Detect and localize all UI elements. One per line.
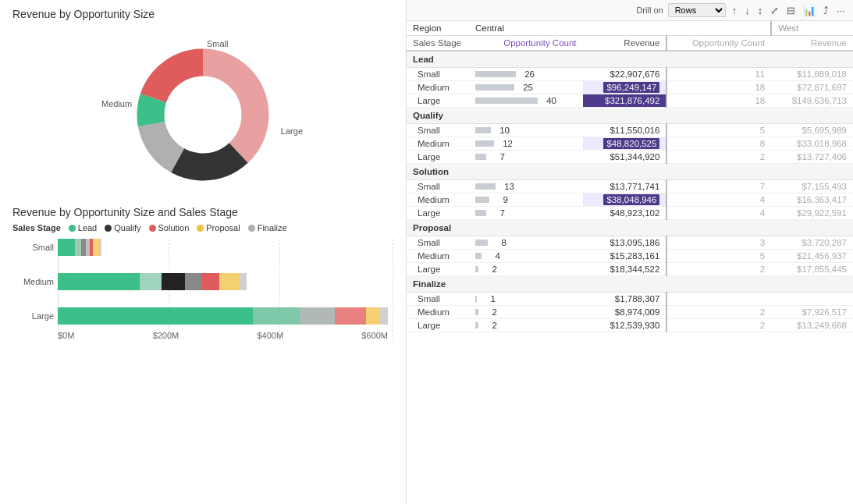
cell-central-opp-finalize-small: 1 bbox=[469, 293, 583, 306]
cell-west-rev-qualify-large: $13,727,406 bbox=[771, 151, 853, 164]
cell-central-rev-lead-medium: $96,249,147 bbox=[583, 81, 667, 94]
donut-svg bbox=[94, 25, 312, 197]
arrow-down-icon[interactable]: ↓ bbox=[743, 4, 752, 17]
cell-central-opp-qualify-large: 7 bbox=[469, 151, 583, 164]
opp-num: 4 bbox=[485, 251, 500, 261]
cell-central-rev-proposal-large: $18,344,522 bbox=[583, 263, 667, 276]
cell-west-rev-finalize-small bbox=[771, 293, 853, 306]
opp-num: 2 bbox=[482, 321, 497, 330]
cell-west-opp-proposal-small: 3 bbox=[666, 236, 771, 250]
arrow-up-icon[interactable]: ↑ bbox=[730, 4, 739, 17]
drill-on-label: Drill on bbox=[636, 5, 663, 15]
cell-central-opp-proposal-large: 2 bbox=[469, 263, 583, 276]
cell-central-opp-lead-medium: 25 bbox=[469, 81, 583, 94]
opp-num: 1 bbox=[480, 294, 496, 303]
row-label-lead-medium: Medium bbox=[407, 81, 469, 94]
toolbar: Drill on Rows Columns ↑ ↓ ↕ ⤢ ⊟ 📊 ⤴ ··· bbox=[407, 0, 853, 21]
legend-label-finalize: Finalize bbox=[258, 223, 287, 232]
filter-icon[interactable]: ⊟ bbox=[785, 4, 797, 17]
donut-label-small: Small bbox=[207, 39, 229, 48]
cell-central-rev-qualify-small: $11,550,016 bbox=[583, 124, 667, 137]
col-revenue-central: Revenue bbox=[583, 36, 667, 51]
row-label-lead-large: Large bbox=[407, 94, 469, 108]
opp-bar bbox=[475, 197, 489, 203]
row-label-solution-large: Large bbox=[407, 207, 469, 220]
bar-seg-medium-qualify2 bbox=[162, 273, 185, 290]
bar-label-large: Large bbox=[19, 311, 54, 321]
bar-seg-medium-other bbox=[239, 273, 247, 290]
row-label-qualify-medium: Medium bbox=[407, 137, 469, 151]
row-label-qualify-small: Small bbox=[407, 124, 469, 137]
cell-central-opp-solution-large: 7 bbox=[469, 207, 583, 220]
region-header-row: Region Central West bbox=[407, 21, 853, 36]
cell-west-rev-qualify-medium: $33,018,968 bbox=[771, 137, 853, 151]
cell-central-rev-qualify-medium: $48,820,525 bbox=[583, 137, 667, 151]
legend-dot-lead bbox=[69, 225, 76, 232]
cell-central-opp-lead-large: 40 bbox=[469, 94, 583, 108]
opp-num: 7 bbox=[489, 152, 505, 161]
table-row: Small 10 $11,550,016 5 $5,695,989 bbox=[407, 124, 853, 137]
cell-west-rev-solution-large: $29,922,591 bbox=[771, 207, 853, 220]
export-icon[interactable]: ⤴ bbox=[822, 4, 830, 17]
cell-central-rev-finalize-medium: $8,974,009 bbox=[583, 306, 667, 319]
opp-bar bbox=[475, 71, 516, 77]
bar-stack-medium bbox=[58, 273, 247, 290]
bar-seg-medium-qualify1 bbox=[140, 273, 162, 290]
opp-num: 9 bbox=[492, 195, 508, 204]
legend: Sales Stage Lead Qualify Solution Propos… bbox=[12, 223, 393, 232]
bar-label-medium: Medium bbox=[19, 277, 54, 286]
cell-west-opp-finalize-small bbox=[666, 293, 771, 306]
legend-label-proposal: Proposal bbox=[206, 223, 240, 232]
cell-west-opp-solution-small: 7 bbox=[666, 180, 771, 193]
legend-item-finalize: Finalize bbox=[248, 223, 287, 232]
section-header-lead: Lead bbox=[407, 51, 853, 68]
expand-icon[interactable]: ⤢ bbox=[769, 4, 780, 17]
cell-central-opp-proposal-small: 8 bbox=[469, 236, 583, 250]
bar-seg-small-finalize bbox=[93, 239, 99, 256]
bar-seg-large-qualify2 bbox=[300, 307, 335, 325]
cell-central-opp-proposal-medium: 4 bbox=[469, 250, 583, 263]
opp-num: 13 bbox=[499, 182, 514, 191]
row-label-solution-medium: Medium bbox=[407, 193, 469, 207]
drill-on-select[interactable]: Rows Columns bbox=[668, 3, 726, 17]
opp-bar bbox=[475, 84, 514, 91]
opp-bar bbox=[475, 140, 494, 147]
opp-num: 26 bbox=[519, 69, 535, 79]
sort-icon[interactable]: ↕ bbox=[756, 4, 765, 17]
x-label-0: $0M bbox=[58, 331, 74, 340]
row-label-qualify-large: Large bbox=[407, 151, 469, 164]
cell-central-rev-solution-large: $48,923,102 bbox=[583, 207, 667, 220]
opp-num: 12 bbox=[497, 139, 513, 148]
chart-icon[interactable]: 📊 bbox=[801, 4, 817, 17]
donut-chart-title: Revenue by Opportunity Size bbox=[12, 8, 393, 20]
cell-west-opp-proposal-medium: 5 bbox=[666, 250, 771, 263]
cell-west-rev-solution-small: $7,155,493 bbox=[771, 180, 853, 193]
bar-stack-small bbox=[58, 239, 101, 256]
bar-seg-medium-proposal bbox=[202, 273, 219, 290]
cell-central-rev-lead-large: $321,876,492 bbox=[583, 94, 667, 108]
opp-num: 2 bbox=[482, 307, 497, 317]
x-label-400: $400M bbox=[257, 331, 283, 340]
bar-row-large: Large bbox=[58, 307, 393, 325]
donut-chart-container: Small Medium Large bbox=[94, 25, 312, 197]
opp-bar bbox=[475, 98, 538, 104]
opp-bar bbox=[475, 266, 478, 272]
bar-seg-large-lead bbox=[58, 307, 253, 325]
cell-central-opp-qualify-small: 10 bbox=[469, 124, 583, 137]
row-label-solution-small: Small bbox=[407, 180, 469, 193]
col-opp-count-central: Opportunity Count bbox=[469, 36, 583, 51]
cell-central-opp-qualify-medium: 12 bbox=[469, 137, 583, 151]
more-icon[interactable]: ··· bbox=[835, 4, 847, 17]
opp-bar bbox=[475, 183, 496, 190]
legend-dot-finalize bbox=[248, 225, 255, 232]
cell-west-rev-qualify-small: $5,695,989 bbox=[771, 124, 853, 137]
cell-west-rev-lead-large: $149,636,713 bbox=[771, 94, 853, 108]
cell-central-opp-finalize-large: 2 bbox=[469, 319, 583, 332]
opp-num: 8 bbox=[491, 238, 506, 247]
cell-west-rev-proposal-medium: $21,456,937 bbox=[771, 250, 853, 263]
bar-chart-section: Revenue by Opportunity Size and Sales St… bbox=[12, 206, 393, 356]
cell-central-rev-solution-small: $13,771,741 bbox=[583, 180, 667, 193]
section-header-solution: Solution bbox=[407, 164, 853, 180]
table-row: Large 2 $18,344,522 2 $17,855,445 bbox=[407, 263, 853, 276]
opp-num: 7 bbox=[489, 208, 505, 218]
